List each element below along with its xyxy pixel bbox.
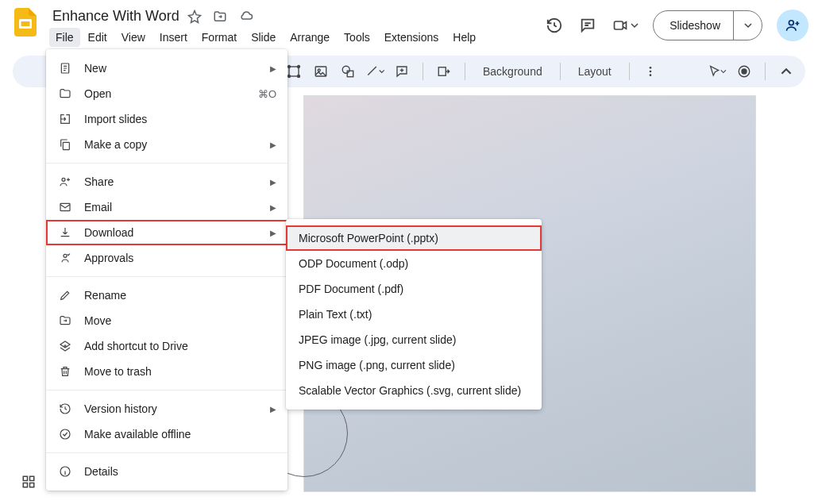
svg-point-12 (342, 66, 349, 73)
rename-icon (57, 287, 73, 303)
svg-rect-2 (615, 21, 623, 29)
file-menu-label: Share (84, 175, 270, 188)
svg-rect-28 (30, 476, 34, 480)
file-menu-rename[interactable]: Rename (46, 283, 287, 308)
file-menu-history[interactable]: Version history▶ (46, 396, 287, 421)
file-menu-label: Details (84, 465, 276, 478)
file-menu-offline[interactable]: Make available offline (46, 421, 287, 447)
file-menu-label: Make available offline (84, 428, 276, 441)
history-icon[interactable] (545, 16, 564, 35)
menu-slide[interactable]: Slide (245, 28, 282, 47)
slideshow-label[interactable]: Slideshow (654, 19, 733, 32)
slideshow-dropdown[interactable] (733, 11, 762, 40)
svg-point-6 (288, 66, 291, 68)
svg-point-7 (298, 66, 300, 68)
download-option-1[interactable]: ODP Document (.odp) (286, 251, 542, 276)
layout-button[interactable]: Layout (572, 62, 618, 81)
file-menu-label: Email (84, 201, 270, 214)
file-menu-shortcut[interactable]: Add shortcut to Drive (46, 333, 287, 359)
file-menu-share[interactable]: Share▶ (46, 169, 287, 194)
download-option-3[interactable]: Plain Text (.txt) (286, 302, 542, 327)
svg-rect-5 (289, 67, 299, 76)
slides-logo[interactable] (10, 6, 41, 38)
download-option-6[interactable]: Scalable Vector Graphics (.svg, current … (286, 378, 542, 403)
star-icon[interactable] (187, 10, 202, 24)
image-icon[interactable] (311, 62, 330, 81)
file-menu-label: Move to trash (84, 365, 276, 378)
download-option-2[interactable]: PDF Document (.pdf) (286, 276, 542, 302)
more-icon[interactable] (641, 62, 660, 81)
menu-edit[interactable]: Edit (82, 28, 114, 47)
comment-icon[interactable] (392, 62, 411, 81)
transition-icon[interactable] (434, 62, 453, 81)
comments-icon[interactable] (578, 16, 597, 35)
slideshow-button[interactable]: Slideshow (653, 10, 762, 40)
email-icon (57, 199, 73, 215)
grid-view-icon[interactable] (17, 471, 40, 493)
file-menu-trash[interactable]: Move to trash (46, 359, 287, 384)
menu-tools[interactable]: Tools (338, 28, 376, 47)
file-menu-email[interactable]: Email▶ (46, 194, 287, 220)
share-icon (57, 174, 73, 190)
file-menu-label: New (84, 62, 270, 75)
menu-format[interactable]: Format (195, 28, 243, 47)
menu-view[interactable]: View (115, 28, 152, 47)
record-icon[interactable] (735, 62, 754, 81)
menu-extensions[interactable]: Extensions (378, 28, 445, 47)
submenu-arrow-icon: ▶ (270, 229, 276, 237)
svg-point-11 (318, 69, 320, 71)
download-icon (57, 225, 73, 240)
svg-point-17 (649, 74, 651, 76)
cursor-icon[interactable] (708, 62, 727, 81)
cloud-status-icon[interactable] (238, 10, 254, 24)
file-menu-open[interactable]: Open⌘O (46, 81, 287, 106)
menu-separator (46, 276, 287, 277)
svg-rect-14 (438, 67, 446, 76)
svg-point-3 (789, 21, 793, 25)
file-menu-copy[interactable]: Make a copy▶ (46, 132, 287, 157)
file-menu-new[interactable]: New▶ (46, 56, 287, 81)
svg-rect-27 (23, 476, 27, 480)
menu-insert[interactable]: Insert (153, 28, 194, 47)
collapse-icon[interactable] (777, 62, 796, 81)
background-button[interactable]: Background (477, 62, 549, 81)
submenu-arrow-icon: ▶ (270, 405, 276, 414)
svg-point-24 (64, 254, 67, 257)
menubar: FileEditViewInsertFormatSlideArrangeTool… (48, 28, 545, 47)
file-menu-move[interactable]: Move (46, 308, 287, 333)
file-menu-approvals[interactable]: Approvals (46, 245, 287, 271)
download-option-4[interactable]: JPEG image (.jpg, current slide) (286, 327, 542, 352)
history-icon (57, 401, 73, 417)
file-menu-details[interactable]: Details (46, 459, 287, 484)
download-option-0[interactable]: Microsoft PowerPoint (.pptx) (286, 225, 542, 251)
download-submenu: Microsoft PowerPoint (.pptx)ODP Document… (286, 219, 542, 410)
svg-point-19 (742, 69, 747, 74)
menu-file[interactable]: File (49, 28, 80, 47)
move-folder-icon[interactable] (213, 10, 227, 24)
svg-rect-21 (63, 142, 69, 149)
details-icon (57, 464, 73, 479)
menu-help[interactable]: Help (446, 28, 482, 47)
present-camera-button[interactable] (612, 17, 639, 33)
svg-rect-13 (347, 71, 353, 77)
doc-icon (57, 60, 73, 76)
submenu-arrow-icon: ▶ (270, 140, 276, 149)
menu-separator (46, 390, 287, 391)
file-menu-dropdown: New▶Open⌘OImport slidesMake a copy▶Share… (46, 49, 287, 491)
svg-point-9 (298, 75, 300, 78)
file-menu-label: Approvals (84, 252, 276, 264)
svg-point-22 (62, 178, 65, 181)
share-button[interactable] (777, 10, 808, 41)
menu-arrange[interactable]: Arrange (284, 28, 336, 47)
svg-point-8 (288, 75, 291, 78)
svg-point-16 (649, 71, 651, 73)
line-icon[interactable] (365, 62, 384, 81)
doc-title[interactable]: Enhance With Word (52, 8, 179, 25)
file-menu-download[interactable]: Download▶ (46, 220, 287, 245)
file-menu-import[interactable]: Import slides (46, 106, 287, 132)
submenu-arrow-icon: ▶ (270, 64, 276, 73)
file-menu-label: Add shortcut to Drive (84, 340, 276, 352)
download-option-5[interactable]: PNG image (.png, current slide) (286, 352, 542, 378)
move-icon (57, 313, 73, 329)
shape-icon[interactable] (338, 62, 357, 81)
